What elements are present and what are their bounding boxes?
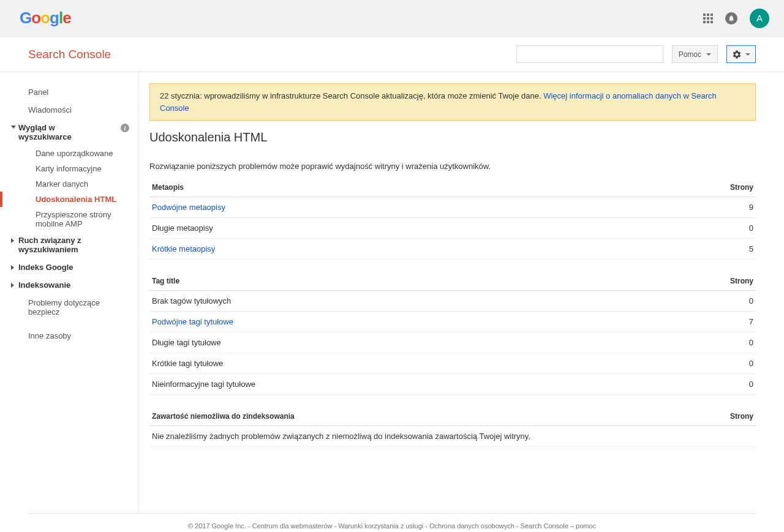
- footer-link[interactable]: Ochrona danych osobowych: [429, 522, 514, 530]
- table-header-count: Strony: [658, 407, 756, 426]
- nonindexable-table: Zawartość niemożliwa do zindeksowania St…: [149, 407, 756, 447]
- product-name: Search Console: [28, 48, 111, 61]
- table-header-label: Zawartość niemożliwa do zindeksowania: [149, 407, 658, 426]
- page-title: Udoskonalenia HTML: [149, 130, 756, 144]
- notice-banner: 22 stycznia: wprowadziliśmy w infrastruk…: [149, 83, 756, 121]
- page-intro: Rozwiązanie poniższych problemów może po…: [149, 162, 756, 171]
- info-icon[interactable]: i: [121, 124, 129, 132]
- issue-count: 0: [595, 218, 756, 239]
- issue-label: Krótkie metaopisy: [149, 239, 595, 260]
- chevron-right-icon: [11, 265, 14, 270]
- gear-icon: [732, 50, 742, 59]
- chevron-down-icon: [11, 126, 16, 129]
- apps-icon[interactable]: [703, 13, 713, 23]
- google-logo[interactable]: Google: [20, 9, 71, 28]
- issue-count: 0: [631, 374, 756, 395]
- issue-label: Krótkie tagi tytułowe: [149, 353, 631, 374]
- footer-link[interactable]: Centrum dla webmasterów: [252, 522, 333, 530]
- sidebar-group-crawl[interactable]: Indeksowanie: [0, 276, 138, 294]
- issue-count: 5: [595, 239, 756, 260]
- top-bar: Google A: [0, 0, 784, 37]
- issue-label: Długie tagi tytułowe: [149, 332, 631, 353]
- table-row: Nieinformacyjne tagi tytułowe0: [149, 374, 756, 395]
- sidebar-group-label: Indeksowanie: [18, 280, 70, 290]
- sidebar-item-panel[interactable]: Panel: [0, 83, 138, 101]
- table-row: Długie metaopisy0: [149, 218, 756, 239]
- meta-description-table: Metaopis Strony Podwójne metaopisy9Długi…: [149, 178, 756, 260]
- chevron-right-icon: [11, 283, 14, 288]
- property-selector[interactable]: [516, 45, 663, 63]
- issue-label: Podwójne tagi tytułowe: [149, 312, 631, 332]
- table-row: Podwójne metaopisy9: [149, 197, 756, 218]
- table-row: Brak tagów tytułowych0: [149, 291, 756, 312]
- settings-button[interactable]: [726, 45, 756, 63]
- sidebar-group-label: Indeks Google: [18, 263, 74, 272]
- sidebar-sub-item[interactable]: Marker danych: [0, 176, 138, 192]
- sidebar-item-security[interactable]: Problemy dotyczące bezpiecz: [0, 294, 138, 321]
- sidebar-sub-item[interactable]: Przyspieszone strony mobilne AMP: [0, 207, 138, 231]
- help-button-label: Pomoc: [679, 50, 701, 59]
- title-tag-table: Tag title Strony Brak tagów tytułowych0P…: [149, 272, 756, 395]
- sidebar-sub-item[interactable]: Karty informacyjne: [0, 161, 138, 176]
- table-row: Krótkie metaopisy5: [149, 239, 756, 260]
- issue-label: Nieinformacyjne tagi tytułowe: [149, 374, 631, 395]
- issue-link[interactable]: Podwójne tagi tytułowe: [152, 317, 233, 326]
- sidebar-group-search-appearance[interactable]: Wygląd w wyszukiwarce i: [0, 119, 138, 146]
- sidebar-item-messages[interactable]: Wiadomości: [0, 101, 138, 119]
- sidebar-sub-item[interactable]: Dane uporządkowane: [0, 146, 138, 161]
- table-header-count: Strony: [595, 178, 756, 197]
- footer-link[interactable]: Search Console – pomoc: [521, 522, 597, 530]
- sidebar-group-google-index[interactable]: Indeks Google: [0, 258, 138, 276]
- table-row: Nie znaleźliśmy żadnych problemów związa…: [149, 426, 756, 447]
- sidebar-sub-item[interactable]: Udoskonalenia HTML: [0, 192, 138, 207]
- sidebar-group-label: Wygląd w wyszukiwarce: [18, 123, 92, 141]
- notifications-icon[interactable]: [725, 12, 737, 24]
- issue-label: Podwójne metaopisy: [149, 197, 595, 218]
- sidebar-group-label: Ruch związany z wyszukiwaniem: [18, 236, 110, 254]
- issue-label: Brak tagów tytułowych: [149, 291, 631, 312]
- main-content: 22 stycznia: wprowadziliśmy w infrastruk…: [138, 72, 784, 513]
- table-header-count: Strony: [631, 272, 756, 291]
- help-button[interactable]: Pomoc: [672, 45, 718, 63]
- sidebar-group-search-traffic[interactable]: Ruch związany z wyszukiwaniem: [0, 231, 138, 258]
- footer-copyright: © 2017 Google Inc.: [188, 522, 246, 530]
- table-row: Długie tagi tytułowe0: [149, 332, 756, 353]
- sidebar: Panel Wiadomości Wygląd w wyszukiwarce i…: [0, 72, 138, 513]
- sub-bar-controls: Pomoc: [516, 45, 756, 63]
- table-row: Krótkie tagi tytułowe0: [149, 353, 756, 374]
- sidebar-item-other[interactable]: Inne zasoby: [0, 327, 138, 345]
- issue-count: 9: [595, 197, 756, 218]
- issue-link[interactable]: Podwójne metaopisy: [152, 203, 225, 212]
- issue-count: 0: [631, 332, 756, 353]
- issue-count: 7: [631, 312, 756, 332]
- notice-text: 22 stycznia: wprowadziliśmy w infrastruk…: [160, 91, 543, 100]
- issue-label: Długie metaopisy: [149, 218, 595, 239]
- avatar[interactable]: A: [750, 9, 769, 28]
- footer: © 2017 Google Inc. - Centrum dla webmast…: [28, 513, 756, 532]
- nonindexable-message: Nie znaleźliśmy żadnych problemów związa…: [149, 426, 756, 447]
- sub-bar: Search Console Pomoc: [0, 37, 784, 72]
- table-row: Podwójne tagi tytułowe7: [149, 312, 756, 332]
- chevron-down-icon: [745, 53, 750, 56]
- chevron-down-icon: [706, 53, 711, 56]
- issue-count: 0: [631, 291, 756, 312]
- issue-count: 0: [631, 353, 756, 374]
- issue-link[interactable]: Krótkie metaopisy: [152, 244, 215, 253]
- footer-link[interactable]: Warunki korzystania z usługi: [338, 522, 423, 530]
- chevron-right-icon: [11, 238, 14, 243]
- top-right-controls: A: [703, 9, 769, 28]
- table-header-label: Metaopis: [149, 178, 595, 197]
- table-header-label: Tag title: [149, 272, 631, 291]
